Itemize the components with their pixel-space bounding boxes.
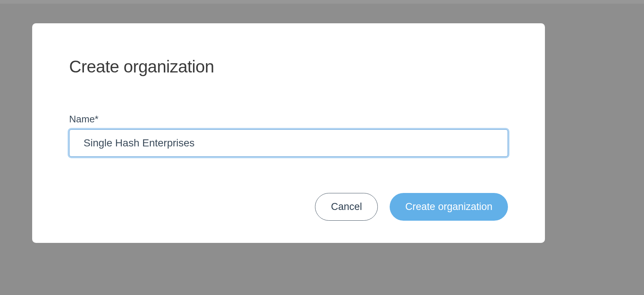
create-organization-button[interactable]: Create organization — [390, 193, 508, 221]
name-field-label: Name* — [69, 113, 508, 125]
window-top-bar — [0, 0, 644, 4]
create-organization-modal: Create organization Name* Cancel Create … — [32, 23, 545, 243]
button-row: Cancel Create organization — [315, 193, 508, 221]
modal-title: Create organization — [69, 57, 508, 77]
cancel-button[interactable]: Cancel — [315, 193, 378, 221]
name-input[interactable] — [69, 129, 508, 157]
